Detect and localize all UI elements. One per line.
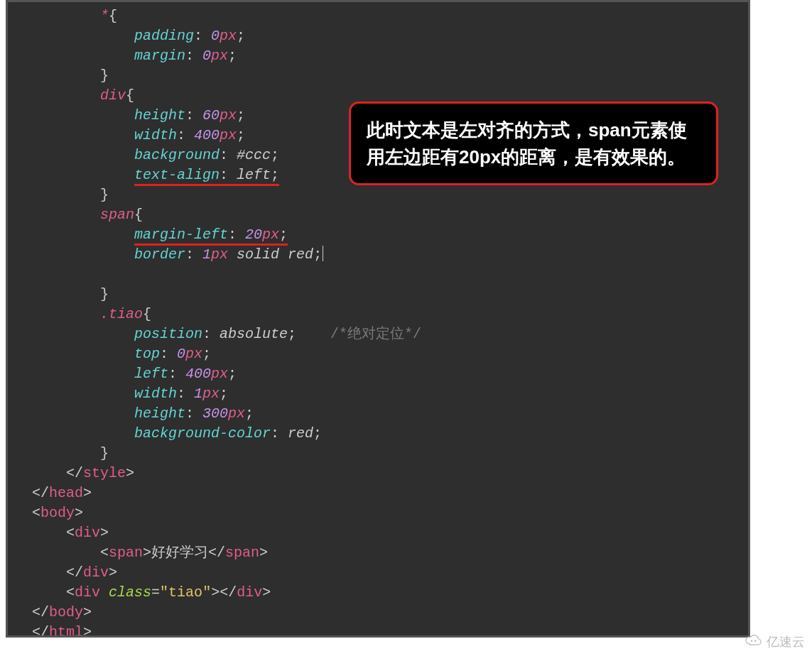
code-line: background-color: red; bbox=[8, 424, 748, 444]
code-line: margin-left: 20px; bbox=[8, 225, 748, 245]
code-line: margin: 0px; bbox=[8, 46, 748, 66]
code-line: } bbox=[8, 66, 748, 86]
cloud-icon bbox=[744, 634, 762, 650]
code-editor[interactable]: *{ padding: 0px; margin: 0px; } div{ hei… bbox=[6, 0, 750, 638]
code-line: } bbox=[8, 285, 748, 305]
code-line: border: 1px solid red; bbox=[8, 245, 748, 265]
annotation-text: 此时文本是左对齐的方式，span元素使用左边距有20px的距离，是有效果的。 bbox=[367, 119, 687, 168]
code-line: </html> bbox=[8, 623, 748, 638]
code-line: position: absolute; /*绝对定位*/ bbox=[8, 324, 748, 344]
watermark: 亿速云 bbox=[744, 633, 805, 650]
code-line: <body> bbox=[8, 503, 748, 523]
code-line: <div class="tiao"></div> bbox=[8, 583, 748, 603]
code-line: *{ bbox=[8, 6, 748, 26]
code-line: <span>好好学习</span> bbox=[8, 543, 748, 563]
code-line: </style> bbox=[8, 464, 748, 483]
watermark-text: 亿速云 bbox=[767, 633, 805, 650]
code-line: padding: 0px; bbox=[8, 26, 748, 46]
code-line bbox=[8, 265, 748, 285]
code-line: .tiao{ bbox=[8, 305, 748, 324]
code-line: </div> bbox=[8, 563, 748, 583]
code-line: } bbox=[8, 444, 748, 464]
annotation-callout: 此时文本是左对齐的方式，span元素使用左边距有20px的距离，是有效果的。 bbox=[349, 102, 718, 185]
code-line: <div> bbox=[8, 523, 748, 543]
svg-point-1 bbox=[754, 640, 756, 641]
text-cursor bbox=[323, 246, 323, 261]
svg-point-0 bbox=[751, 640, 752, 641]
code-line: height: 300px; bbox=[8, 404, 748, 424]
code-line: </head> bbox=[8, 483, 748, 503]
code-line: span{ bbox=[8, 205, 748, 225]
code-line: top: 0px; bbox=[8, 344, 748, 364]
code-line: width: 1px; bbox=[8, 384, 748, 404]
code-line: left: 400px; bbox=[8, 364, 748, 384]
code-line: </body> bbox=[8, 603, 748, 623]
code-line: } bbox=[8, 185, 748, 205]
